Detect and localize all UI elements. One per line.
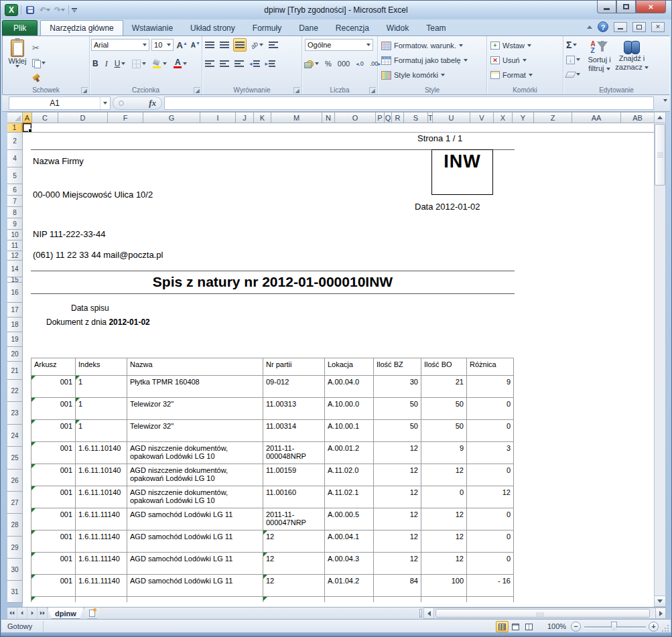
table-cell[interactable]: 1.6.11.11140 [76,553,127,575]
table-cell[interactable]: 11.00314 [263,420,325,442]
table-cell[interactable] [421,597,467,602]
data-spisu-label[interactable]: Data spisu [71,303,109,313]
table-cell[interactable]: 12 [421,530,467,553]
table-cell[interactable] [31,597,76,602]
row-header-26[interactable]: 26 [7,470,23,492]
table-cell[interactable]: AGD samochód Lodówki LG 11 [127,508,263,530]
horizontal-scroll-track[interactable] [434,608,655,619]
column-header-a[interactable]: A [23,112,32,123]
dialog-launcher-icon[interactable]: ◢ [293,87,300,94]
table-cell[interactable]: 1 [76,376,127,398]
previous-sheet-button[interactable]: ⏴ [17,608,27,619]
table-cell[interactable] [127,597,263,602]
dialog-launcher-icon[interactable]: ◢ [194,87,200,94]
table-cell[interactable]: 12 [374,442,421,464]
table-cell[interactable]: 84 [374,575,421,597]
dialog-launcher-icon[interactable]: ◢ [369,87,376,94]
workbook-close-button[interactable]: ✕ [651,22,665,32]
underline-button[interactable]: U [113,57,127,70]
table-cell[interactable]: AGD niszczenie dokumentów, opakowań Lodó… [127,442,263,464]
cell-styles-button[interactable]: Style komórki [379,68,485,82]
table-cell[interactable]: 001 [31,553,76,575]
table-cell[interactable] [76,597,127,602]
insert-worksheet-tab[interactable] [84,608,101,619]
scroll-up-button[interactable] [655,113,665,123]
column-header-o[interactable]: O [335,112,376,123]
row-header-24[interactable]: 24 [7,425,23,447]
table-cell[interactable]: 1.6.11.11140 [76,508,127,530]
company-contact[interactable]: (061) 11 22 33 44 mail@poczta.pl [33,250,163,260]
increase-decimal-button[interactable]: ◂.0 [354,57,365,70]
fx-icon[interactable]: fx [149,98,156,109]
row-header-6[interactable]: 6 [7,184,23,196]
fill-color-button[interactable] [151,57,168,70]
table-cell[interactable]: Telewizor 32" [127,398,263,420]
table-cell[interactable]: 0 [467,553,514,575]
column-header-m[interactable]: M [271,112,322,123]
table-header-nazwa[interactable]: Nazwa [127,358,263,376]
copy-button[interactable] [31,56,47,70]
column-header-i[interactable]: I [200,112,236,123]
table-cell[interactable]: 0 [467,508,514,530]
tab-uk-ad-strony[interactable]: Układ strony [182,21,244,36]
font-name-select[interactable]: Arial [91,39,149,51]
column-header-k[interactable]: K [254,112,271,123]
table-cell[interactable]: 12 [374,553,421,575]
document-date[interactable]: Data 2012-01-02 [415,202,480,212]
fill-button[interactable]: ↓ [565,53,584,66]
italic-button[interactable]: I [104,57,109,70]
help-button[interactable]: ? [598,21,608,32]
zoom-out-button[interactable]: − [571,622,581,632]
row-header-21[interactable]: 21 [7,362,23,380]
table-cell[interactable]: A.01.04.2 [325,575,374,597]
tab-narz-dzia-g-wne[interactable]: Narzędzia główne [40,20,123,36]
cut-button[interactable]: ✂ [31,41,47,54]
tab-recenzja[interactable]: Recenzja [327,21,378,36]
shrink-font-button[interactable]: A▼ [191,38,200,52]
tab-widok[interactable]: Widok [378,21,417,36]
column-header-u[interactable]: U [433,112,470,123]
table-header-ilo-bz[interactable]: Ilość BZ [374,358,421,376]
table-cell[interactable]: 12 [263,530,325,553]
row-header-25[interactable]: 25 [7,447,23,470]
column-header-aa[interactable]: AA [572,112,621,123]
row-header-20[interactable]: 20 [7,347,23,362]
row-header-16[interactable]: 16 [7,283,23,303]
clear-button[interactable] [565,68,584,81]
workbook-minimize-button[interactable] [614,22,627,32]
tab-formu-y[interactable]: Formuły [244,21,290,36]
table-cell[interactable]: 001 [31,530,76,553]
table-cell[interactable]: 12 [421,553,467,575]
table-header-arkusz[interactable]: Arkusz [31,358,76,376]
row-header-23[interactable]: 23 [7,402,23,425]
column-header-ab[interactable]: AB [621,112,655,123]
row-header-28[interactable]: 28 [7,514,23,537]
row-header-30[interactable]: 30 [7,559,23,581]
table-cell[interactable]: 0 [467,464,514,486]
row-header-12[interactable]: 12 [7,251,23,261]
row-header-22[interactable]: 22 [7,380,23,402]
last-sheet-button[interactable]: ⏵⏵ [38,608,48,619]
row-header-15[interactable]: 15 [7,277,23,283]
first-sheet-button[interactable]: ⏴⏴ [7,608,17,619]
expand-formula-bar-icon[interactable] [663,99,667,102]
row-header-18[interactable]: 18 [7,317,23,332]
zoom-in-button[interactable]: + [649,622,659,632]
format-as-table-button[interactable]: Formatuj jako tabelę [379,53,485,68]
column-header-q[interactable]: Q [385,112,392,123]
table-cell[interactable]: 12 [374,508,421,530]
column-header-v[interactable]: V [470,112,494,123]
table-cell[interactable]: 1.6.11.11140 [76,575,127,597]
tab-split-handle[interactable] [419,609,422,618]
column-header-z[interactable]: Z [534,112,572,123]
table-cell[interactable]: 12 [421,464,467,486]
document-title[interactable]: Spis z natury nr 2012-01-000010INW [31,274,515,290]
table-cell[interactable]: 0 [467,398,514,420]
table-cell[interactable]: 001 [31,575,76,597]
table-cell[interactable]: 9 [467,376,514,398]
table-cell[interactable]: A.10.00.0 [325,398,374,420]
table-cell[interactable]: 001 [31,442,76,464]
row-header-11[interactable]: 11 [7,240,23,251]
resize-grip[interactable] [661,624,669,632]
table-cell[interactable]: 12 [467,486,514,508]
